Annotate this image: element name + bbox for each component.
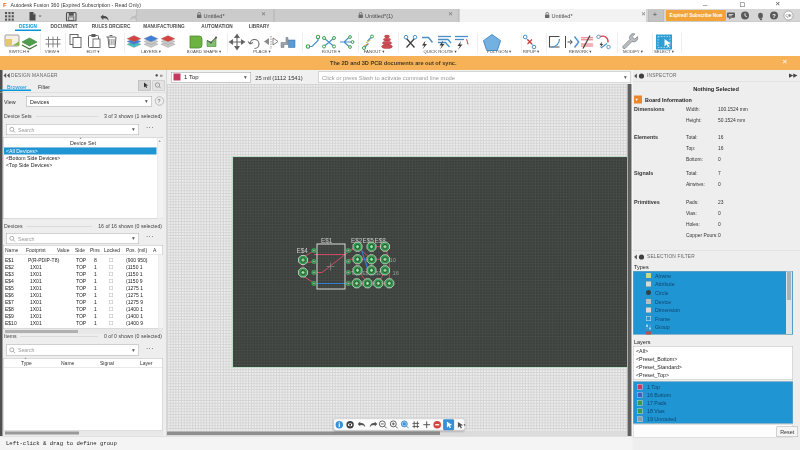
svg-text:10: 10 <box>390 257 396 263</box>
svg-text:QE: QE <box>785 13 791 18</box>
svg-text:E$1: E$1 <box>321 237 333 244</box>
svg-text:E$4: E$4 <box>297 247 309 254</box>
svg-text:Untitled*: Untitled* <box>552 13 574 19</box>
svg-text:Untitled*: Untitled* <box>204 13 226 19</box>
svg-text:16: 16 <box>393 270 399 276</box>
svg-text:Untitled*(1): Untitled*(1) <box>365 13 393 19</box>
svg-text:?: ? <box>772 13 776 19</box>
